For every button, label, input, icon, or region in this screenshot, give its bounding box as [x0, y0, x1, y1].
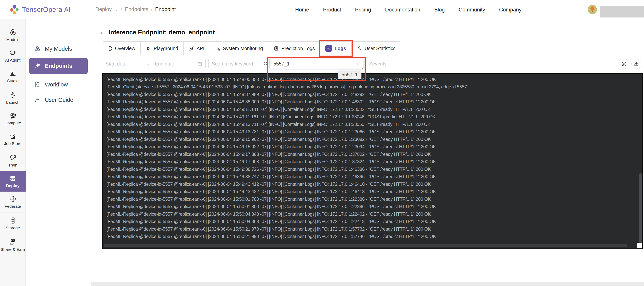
storage-database-icon	[9, 217, 16, 224]
tab-api[interactable]: API	[184, 41, 210, 55]
log-line: [FedML-Replica @device-id-5557 @replica-…	[106, 218, 642, 225]
nav-pricing[interactable]: Pricing	[355, 7, 371, 13]
brand-logo[interactable]: TensorOpera AI	[10, 5, 70, 14]
rail-divider	[0, 234, 26, 234]
ai-agent-icon	[9, 49, 16, 57]
bottom-scrollbar-strip	[91, 282, 644, 286]
expand-icon	[622, 61, 627, 66]
rail-item-job-store[interactable]: Job Store	[0, 129, 26, 150]
sidebar-item-workflow[interactable]: Workflow	[29, 77, 88, 92]
rail-item-federate[interactable]: Federate	[0, 192, 26, 212]
rail-item-share-earn[interactable]: Share & Earn	[0, 235, 26, 255]
top-header: TensorOpera AI Deploy ⌄ / Endpoints / En…	[0, 0, 644, 20]
rail-item-train[interactable]: Train	[0, 150, 26, 171]
log-line: [FedML-Replica @device-id-5557 @replica-…	[106, 91, 642, 98]
log-line: [FedML-Replica @device-id-5557 @replica-…	[106, 106, 642, 113]
train-brain-icon	[9, 154, 16, 162]
replica-dropdown-option[interactable]: 5557_1	[338, 71, 362, 79]
nav-home[interactable]: Home	[295, 7, 309, 13]
log-line: [FedML-Replica @device-id-5557 @replica-…	[106, 143, 642, 151]
job-store-icon	[9, 132, 16, 140]
range-arrow-icon: →	[145, 61, 150, 67]
nav-documentation[interactable]: Documentation	[385, 7, 420, 13]
date-range-picker[interactable]: Start date → End date	[102, 59, 206, 69]
fullscreen-button[interactable]	[619, 59, 629, 69]
rail-item-compute[interactable]: Compute	[0, 108, 26, 129]
log-line: [FedML-Replica @device-id-5557 @replica-…	[106, 113, 642, 121]
launch-rocket-icon	[9, 91, 16, 99]
nav-product[interactable]: Product	[323, 7, 341, 13]
rail-item-studio[interactable]: Studio	[0, 66, 26, 87]
tab-user-statistics[interactable]: User Statistics	[352, 41, 401, 55]
horizontal-scrollbar-thumb[interactable]	[104, 244, 627, 247]
nav-company[interactable]: Company	[499, 7, 522, 13]
vertical-scrollbar-thumb[interactable]	[639, 173, 642, 245]
log-line: [FedML-Replica @device-id-5557 @replica-…	[106, 121, 642, 128]
log-line: [FedML-Replica @device-id-5557 @replica-…	[106, 173, 642, 181]
calendar-icon	[197, 61, 202, 66]
log-line: [FedML-Replica @device-id-5557 @replica-…	[106, 203, 642, 210]
workflow-icon	[34, 81, 40, 88]
breadcrumb-endpoint: Endpoint	[155, 7, 176, 13]
share-earn-icon	[9, 238, 16, 246]
severity-select[interactable]: Severity	[366, 59, 413, 69]
download-logs-button[interactable]	[632, 59, 641, 69]
back-button[interactable]: ←	[99, 28, 106, 36]
bar-chart-icon	[215, 46, 220, 51]
username-redacted-box	[600, 6, 644, 18]
log-line: [FedML-Replica @device-id-5557 @replica-…	[106, 210, 642, 218]
tab-prediction-logs[interactable]: Prediction Logs	[268, 41, 320, 55]
scrollbar-corner	[637, 243, 642, 248]
log-line: [FedML-Replica @device-id-5557 @replica-…	[106, 76, 642, 83]
tab-overview[interactable]: Overview	[102, 41, 140, 55]
severity-placeholder: Severity	[369, 61, 386, 67]
tab-logs[interactable]: >_ Logs	[320, 41, 352, 55]
log-line: [FedML-Replica @device-id-5557 @replica-…	[106, 225, 642, 233]
log-line: [FedML-Replica @device-id-5557 @replica-…	[106, 158, 642, 166]
log-line: [FedML-Replica @device-id-5557 @replica-…	[106, 195, 642, 203]
rail-item-deploy[interactable]: Deploy	[0, 171, 26, 192]
rail-item-storage[interactable]: Storage	[0, 213, 26, 234]
keyword-search: Search by keyword	[208, 59, 272, 69]
sidebar-item-my-models[interactable]: My Models	[29, 41, 88, 57]
balloon-avatar-icon	[588, 5, 597, 14]
overview-clock-icon	[107, 46, 112, 51]
rail-item-models[interactable]: Models	[0, 25, 26, 46]
models-icon	[9, 29, 16, 36]
replica-select[interactable]: 5557_1	[270, 59, 363, 69]
download-icon	[634, 61, 639, 67]
search-input[interactable]: Search by keyword	[212, 61, 253, 67]
brand-name: TensorOpera AI	[22, 6, 70, 14]
log-filter-toolbar: Start date → End date Search by keyword …	[0, 59, 644, 69]
app-root: TensorOpera AI Deploy ⌄ / Endpoints / En…	[0, 0, 644, 286]
log-line: [FedML-Replica @device-id-5557 @replica-…	[106, 181, 642, 188]
deploy-server-icon	[9, 175, 16, 182]
breadcrumb-deploy[interactable]: Deploy	[96, 7, 112, 13]
log-line: [FedML-Replica @device-id-5557 @replica-…	[106, 136, 642, 143]
nav-community[interactable]: Community	[458, 7, 485, 13]
start-date-input[interactable]: Start date	[106, 61, 126, 67]
sidebar-item-user-guide[interactable]: User Guide	[29, 92, 88, 108]
api-quill-icon	[189, 46, 194, 51]
tab-playground[interactable]: Playground	[140, 41, 184, 55]
nav-blog[interactable]: Blog	[434, 7, 445, 13]
tab-system-monitoring[interactable]: System Monitoring	[210, 41, 268, 55]
endpoint-tabs: Overview Playground API System Monitorin…	[102, 41, 401, 55]
studio-icon	[9, 70, 16, 77]
log-line: [FedML-Client @device-id-5557] [2024-06-…	[106, 83, 642, 91]
breadcrumb-endpoints[interactable]: Endpoints	[125, 7, 148, 13]
terminal-icon: >_	[326, 45, 332, 52]
federate-icon	[9, 195, 16, 203]
rail-item-launch[interactable]: Launch	[0, 88, 26, 108]
tensoropera-flower-icon	[10, 5, 20, 14]
replica-select-value: 5557_1	[274, 61, 290, 67]
end-date-input[interactable]: End date	[155, 61, 174, 67]
compute-cpu-icon	[9, 112, 16, 119]
log-line: [FedML-Replica @device-id-5557 @replica-…	[106, 98, 642, 106]
log-line: [FedML-Replica @device-id-5557 @replica-…	[106, 166, 642, 173]
rail-divider	[0, 213, 26, 213]
user-avatar[interactable]	[588, 5, 597, 14]
rail-divider	[0, 150, 26, 150]
log-console[interactable]: [FedML-Replica @device-id-5557 @replica-…	[102, 73, 643, 249]
log-line: [FedML-Replica @device-id-5557 @replica-…	[106, 128, 642, 136]
